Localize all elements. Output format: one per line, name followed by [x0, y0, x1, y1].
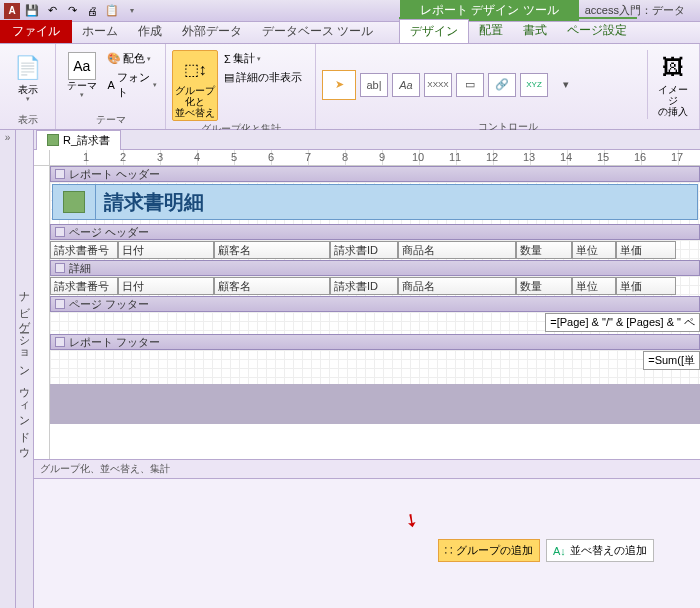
field-c4[interactable]: 請求書ID — [330, 277, 398, 295]
theme-button[interactable]: Aa テーマ ▾ — [62, 50, 101, 101]
view-button[interactable]: 📄 表示 ▾ — [6, 50, 49, 105]
tab-create[interactable]: 作成 — [128, 20, 172, 43]
tab-format[interactable]: 書式 — [513, 19, 557, 43]
tab-dbtools[interactable]: データベース ツール — [252, 20, 383, 43]
access-app-icon: A — [4, 3, 20, 19]
dropdown-icon: ▾ — [26, 95, 30, 103]
label-icon: Aa — [399, 79, 412, 91]
colors-icon: 🎨 — [107, 52, 121, 65]
sum-textbox[interactable]: =Sum([単 — [643, 351, 700, 370]
textbox-control[interactable]: ab| — [360, 73, 388, 97]
add-sort-button[interactable]: A↓並べ替えの追加 — [546, 539, 654, 562]
vertical-ruler[interactable] — [34, 166, 50, 459]
sort-icon: A↓ — [553, 545, 566, 557]
group-panel-title: グループ化、並べ替え、集計 — [34, 459, 700, 478]
section-detail[interactable]: 詳細 — [50, 260, 700, 276]
select-control[interactable]: ➤ — [322, 70, 356, 100]
section-report-header[interactable]: レポート ヘッダー — [50, 166, 700, 182]
group-sort-button[interactable]: ⬚↕ グループ化と 並べ替え — [172, 50, 218, 121]
fonts-button[interactable]: Aフォント▾ — [105, 69, 159, 101]
label-c6[interactable]: 数量 — [516, 241, 572, 259]
link-icon: 🔗 — [495, 78, 509, 91]
horizontal-ruler[interactable]: 1234567891011121314151617 — [50, 150, 700, 165]
dropdown-icon: ▾ — [257, 55, 261, 63]
colors-button[interactable]: 🎨配色▾ — [105, 50, 159, 67]
shutter-bar-button[interactable]: » — [0, 130, 16, 608]
tab-arrange[interactable]: 配置 — [469, 19, 513, 43]
image-icon: 🖼 — [657, 52, 689, 84]
field-c1[interactable]: 請求書番号 — [50, 277, 118, 295]
tab-pagesetup[interactable]: ページ設定 — [557, 19, 637, 43]
qat-print-icon[interactable]: 🖨 — [84, 3, 100, 19]
document-tab[interactable]: R_請求書 — [36, 130, 121, 150]
label-c1[interactable]: 請求書番号 — [50, 241, 118, 259]
group-theme-label: テーマ — [62, 112, 159, 127]
insert-image-button[interactable]: 🖼 イメージ の挿入 — [647, 50, 693, 119]
group-sort-panel: ➘ ⸬グループの追加 A↓並べ替えの追加 — [34, 478, 700, 608]
button-icon: XXXX — [427, 80, 448, 89]
totals-button[interactable]: Σ集計▾ — [222, 50, 304, 67]
file-tab[interactable]: ファイル — [0, 20, 72, 43]
tab-control[interactable]: ▭ — [456, 73, 484, 97]
section-page-footer[interactable]: ページ フッター — [50, 296, 700, 312]
group-sort-icon: ⬚↕ — [179, 53, 211, 85]
view-icon: 📄 — [12, 52, 44, 84]
report-icon — [47, 134, 59, 146]
report-title[interactable]: 請求書明細 — [96, 184, 698, 220]
label-c7[interactable]: 単位 — [572, 241, 616, 259]
group-view-label: 表示 — [6, 112, 49, 127]
field-c2[interactable]: 日付 — [118, 277, 214, 295]
xyz-control[interactable]: XYZ — [520, 73, 548, 97]
link-control[interactable]: 🔗 — [488, 73, 516, 97]
logo-icon — [63, 191, 85, 213]
textbox-icon: ab| — [366, 79, 381, 91]
report-logo[interactable] — [52, 184, 96, 220]
section-page-header[interactable]: ページ ヘッダー — [50, 224, 700, 240]
more-controls[interactable]: ▾ — [552, 73, 580, 97]
qat-dropdown-icon[interactable]: ▾ — [124, 3, 140, 19]
xyz-icon: XYZ — [526, 80, 542, 89]
qat-save-icon[interactable]: 💾 — [24, 3, 40, 19]
label-c8[interactable]: 単価 — [616, 241, 676, 259]
page-number-textbox[interactable]: =[Page] & "/" & [Pages] & " ペ — [545, 313, 700, 332]
field-c6[interactable]: 数量 — [516, 277, 572, 295]
dropdown-icon: ▾ — [80, 91, 84, 99]
section-report-footer[interactable]: レポート フッター — [50, 334, 700, 350]
label-c5[interactable]: 商品名 — [398, 241, 516, 259]
qat-undo-icon[interactable]: ↶ — [44, 3, 60, 19]
navigation-pane[interactable]: ナビゲーション ウィンドウ — [16, 130, 34, 608]
qat-extra-icon[interactable]: 📋 — [104, 3, 120, 19]
label-control[interactable]: Aa — [392, 73, 420, 97]
sigma-icon: Σ — [224, 53, 231, 65]
field-c7[interactable]: 単位 — [572, 277, 616, 295]
tab-icon: ▭ — [465, 78, 475, 91]
ruler-corner[interactable] — [34, 150, 50, 165]
dropdown-icon: ▾ — [153, 81, 157, 89]
button-control[interactable]: XXXX — [424, 73, 452, 97]
tab-external[interactable]: 外部データ — [172, 20, 252, 43]
tab-home[interactable]: ホーム — [72, 20, 128, 43]
hide-details-button[interactable]: ▤詳細の非表示 — [222, 69, 304, 86]
annotation-arrow: ➘ — [399, 507, 424, 534]
field-c8[interactable]: 単価 — [616, 277, 676, 295]
label-c3[interactable]: 顧客名 — [214, 241, 330, 259]
more-icon: ▾ — [563, 78, 569, 91]
qat-redo-icon[interactable]: ↷ — [64, 3, 80, 19]
add-group-button[interactable]: ⸬グループの追加 — [438, 539, 540, 562]
hide-icon: ▤ — [224, 71, 234, 84]
fonts-icon: A — [107, 79, 114, 91]
dropdown-icon: ▾ — [147, 55, 151, 63]
cursor-icon: ➤ — [335, 78, 344, 91]
label-c4[interactable]: 請求書ID — [330, 241, 398, 259]
tab-design[interactable]: デザイン — [399, 19, 469, 43]
field-c5[interactable]: 商品名 — [398, 277, 516, 295]
app-title: access入門：データ — [585, 3, 685, 18]
group-icon: ⸬ — [445, 544, 452, 557]
label-c2[interactable]: 日付 — [118, 241, 214, 259]
theme-icon: Aa — [68, 52, 96, 80]
field-c3[interactable]: 顧客名 — [214, 277, 330, 295]
